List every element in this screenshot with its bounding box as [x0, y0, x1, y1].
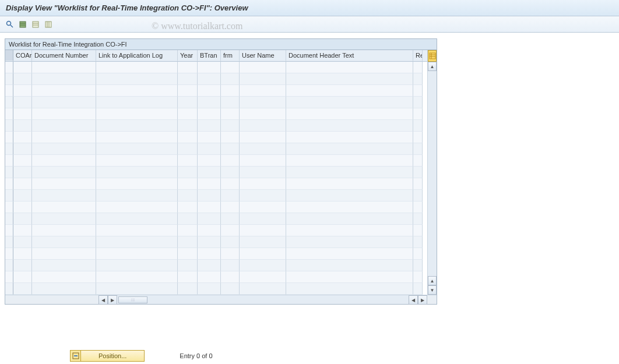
cell-coar[interactable] — [13, 178, 32, 190]
scroll-up-icon[interactable]: ▲ — [428, 62, 437, 71]
cell-doc-header-text[interactable] — [286, 85, 413, 97]
cell-year[interactable] — [178, 283, 198, 295]
cell-frm[interactable] — [221, 271, 240, 283]
cell-year[interactable] — [178, 225, 198, 236]
scroll-left2-icon[interactable]: ◀ — [409, 295, 418, 305]
cell-re[interactable] — [413, 225, 423, 236]
cell-year[interactable] — [178, 260, 198, 271]
cell-coar[interactable] — [13, 202, 32, 213]
cell-doc-header-text[interactable] — [286, 132, 413, 143]
cell-frm[interactable] — [221, 236, 240, 248]
cell-coar[interactable] — [13, 132, 32, 143]
cell-application-log[interactable] — [96, 85, 178, 97]
cell-application-log[interactable] — [96, 73, 178, 85]
cell-application-log[interactable] — [96, 283, 178, 295]
cell-user-name[interactable] — [240, 97, 286, 108]
column-coar[interactable]: COAr — [13, 50, 32, 61]
cell-doc-header-text[interactable] — [286, 248, 413, 260]
cell-doc-header-text[interactable] — [286, 213, 413, 225]
cell-user-name[interactable] — [240, 120, 286, 132]
cell-btran[interactable] — [198, 260, 221, 271]
cell-user-name[interactable] — [240, 167, 286, 178]
column-doc-header-text[interactable]: Document Header Text — [286, 50, 413, 61]
table-row[interactable] — [5, 108, 427, 120]
cell-re[interactable] — [413, 271, 423, 283]
column-re[interactable]: Re — [413, 50, 423, 61]
row-selector[interactable] — [5, 120, 13, 132]
cell-year[interactable] — [178, 202, 198, 213]
cell-btran[interactable] — [198, 108, 221, 120]
cell-doc-header-text[interactable] — [286, 225, 413, 236]
cell-user-name[interactable] — [240, 190, 286, 202]
cell-doc-header-text[interactable] — [286, 236, 413, 248]
cell-user-name[interactable] — [240, 132, 286, 143]
cell-year[interactable] — [178, 120, 198, 132]
cell-document-number[interactable] — [32, 143, 96, 155]
cell-doc-header-text[interactable] — [286, 283, 413, 295]
cell-coar[interactable] — [13, 260, 32, 271]
cell-doc-header-text[interactable] — [286, 73, 413, 85]
table-row[interactable] — [5, 178, 427, 190]
scroll-right-icon[interactable]: ▶ — [108, 295, 117, 305]
cell-coar[interactable] — [13, 155, 32, 167]
cell-frm[interactable] — [221, 248, 240, 260]
cell-document-number[interactable] — [32, 178, 96, 190]
cell-document-number[interactable] — [32, 97, 96, 108]
table-row[interactable] — [5, 167, 427, 178]
cell-year[interactable] — [178, 271, 198, 283]
cell-re[interactable] — [413, 143, 423, 155]
cell-btran[interactable] — [198, 225, 221, 236]
row-selector[interactable] — [5, 155, 13, 167]
cell-btran[interactable] — [198, 167, 221, 178]
table-row[interactable] — [5, 62, 427, 73]
cell-frm[interactable] — [221, 260, 240, 271]
cell-application-log[interactable] — [96, 248, 178, 260]
cell-application-log[interactable] — [96, 120, 178, 132]
cell-document-number[interactable] — [32, 167, 96, 178]
cell-doc-header-text[interactable] — [286, 260, 413, 271]
cell-application-log[interactable] — [96, 155, 178, 167]
cell-year[interactable] — [178, 213, 198, 225]
cell-document-number[interactable] — [32, 155, 96, 167]
cell-coar[interactable] — [13, 73, 32, 85]
column-frm[interactable]: frm — [221, 50, 240, 61]
row-selector[interactable] — [5, 97, 13, 108]
cell-document-number[interactable] — [32, 85, 96, 97]
cell-user-name[interactable] — [240, 283, 286, 295]
cell-doc-header-text[interactable] — [286, 155, 413, 167]
cell-frm[interactable] — [221, 120, 240, 132]
table-row[interactable] — [5, 248, 427, 260]
cell-application-log[interactable] — [96, 108, 178, 120]
cell-frm[interactable] — [221, 132, 240, 143]
cell-re[interactable] — [413, 73, 423, 85]
cell-doc-header-text[interactable] — [286, 108, 413, 120]
cell-document-number[interactable] — [32, 132, 96, 143]
cell-re[interactable] — [413, 248, 423, 260]
cell-year[interactable] — [178, 132, 198, 143]
cell-application-log[interactable] — [96, 167, 178, 178]
scroll-down-icon[interactable]: ▼ — [428, 285, 437, 295]
cell-application-log[interactable] — [96, 132, 178, 143]
cell-doc-header-text[interactable] — [286, 167, 413, 178]
cell-document-number[interactable] — [32, 236, 96, 248]
scroll-track[interactable] — [428, 71, 437, 276]
row-selector[interactable] — [5, 213, 13, 225]
cell-btran[interactable] — [198, 73, 221, 85]
table-row[interactable] — [5, 271, 427, 283]
cell-year[interactable] — [178, 73, 198, 85]
row-selector[interactable] — [5, 85, 13, 97]
table-row[interactable] — [5, 97, 427, 108]
cell-frm[interactable] — [221, 62, 240, 73]
table-select-icon[interactable] — [17, 19, 28, 30]
table-settings-icon[interactable] — [428, 50, 437, 62]
cell-user-name[interactable] — [240, 271, 286, 283]
cell-application-log[interactable] — [96, 271, 178, 283]
cell-document-number[interactable] — [32, 225, 96, 236]
cell-btran[interactable] — [198, 190, 221, 202]
cell-document-number[interactable] — [32, 283, 96, 295]
cell-user-name[interactable] — [240, 236, 286, 248]
hscroll-thumb[interactable]: ::: — [118, 296, 147, 303]
cell-re[interactable] — [413, 132, 423, 143]
table-row[interactable] — [5, 120, 427, 132]
cell-application-log[interactable] — [96, 97, 178, 108]
